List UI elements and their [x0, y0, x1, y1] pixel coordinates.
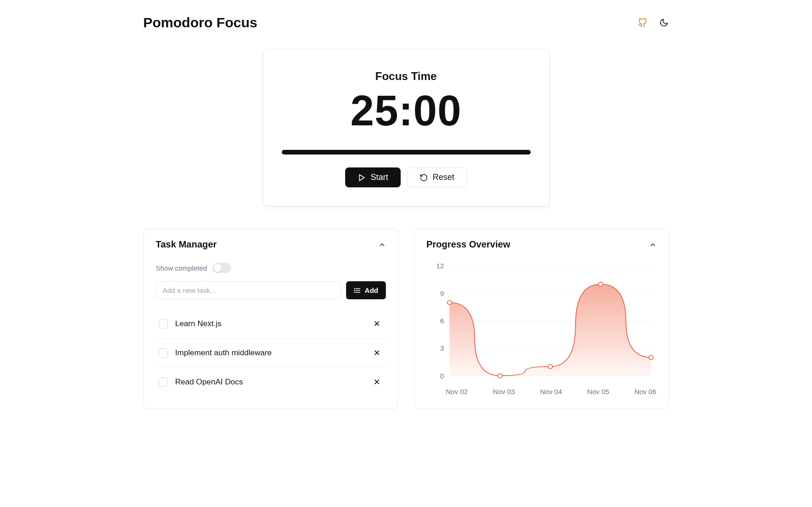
task-row: Implement auth middleware ✕ [156, 339, 386, 368]
moon-icon[interactable] [659, 18, 669, 28]
play-icon [358, 173, 366, 182]
header: Pomodoro Focus [143, 15, 669, 31]
progress-overview-panel: Progress Overview 036912 Nov 02Nov 03Nov… [414, 229, 669, 409]
svg-point-19 [548, 365, 552, 369]
timer-value: 25:00 [282, 87, 531, 135]
timer-mode-label: Focus Time [282, 70, 531, 83]
chart-x-tick: Nov 04 [540, 388, 562, 396]
svg-text:3: 3 [440, 345, 444, 352]
header-icons [638, 18, 669, 28]
task-label: Learn Next.js [175, 319, 371, 328]
task-panel-title: Task Manager [156, 239, 217, 250]
show-completed-label: Show completed [156, 264, 207, 272]
add-task-button[interactable]: Add [346, 281, 385, 299]
chart-x-labels: Nov 02Nov 03Nov 04Nov 05Nov 06 [427, 385, 657, 396]
page-title: Pomodoro Focus [143, 15, 258, 31]
svg-point-5 [354, 290, 355, 291]
svg-text:0: 0 [440, 372, 444, 380]
task-checkbox[interactable] [159, 319, 168, 328]
svg-point-20 [598, 282, 602, 286]
progress-chart: 036912 Nov 02Nov 03Nov 04Nov 05Nov 06 [427, 263, 657, 383]
delete-task-icon[interactable]: ✕ [371, 346, 383, 360]
list-icon [353, 287, 361, 294]
start-button-label: Start [371, 173, 388, 182]
timer-card: Focus Time 25:00 Start Reset [263, 49, 550, 206]
svg-text:9: 9 [440, 290, 444, 297]
chart-x-tick: Nov 05 [587, 388, 609, 396]
chart-x-tick: Nov 02 [446, 388, 468, 396]
task-manager-panel: Task Manager Show completed [143, 229, 398, 409]
progress-panel-title: Progress Overview [427, 239, 510, 250]
delete-task-icon[interactable]: ✕ [371, 317, 383, 331]
reset-icon [420, 173, 428, 182]
task-row: Read OpenAI Docs ✕ [156, 368, 386, 396]
task-checkbox[interactable] [159, 377, 168, 387]
new-task-input[interactable] [156, 281, 342, 299]
task-label: Read OpenAI Docs [175, 377, 371, 387]
chevron-up-icon[interactable] [649, 241, 657, 248]
task-checkbox[interactable] [159, 348, 168, 358]
timer-buttons: Start Reset [282, 167, 531, 187]
chart-x-tick: Nov 03 [493, 388, 515, 396]
start-button[interactable]: Start [345, 167, 401, 187]
reset-button[interactable]: Reset [407, 167, 467, 187]
svg-text:6: 6 [440, 317, 444, 325]
svg-point-6 [354, 292, 355, 292]
svg-point-21 [649, 355, 653, 359]
task-list: Learn Next.js ✕ Implement auth middlewar… [156, 309, 386, 396]
chevron-up-icon[interactable] [378, 241, 386, 248]
add-button-label: Add [365, 286, 378, 294]
timer-progress-bar [282, 150, 531, 155]
show-completed-toggle[interactable] [212, 263, 231, 273]
github-icon[interactable] [638, 18, 648, 28]
chart-x-tick: Nov 06 [634, 388, 657, 396]
task-row: Learn Next.js ✕ [156, 309, 386, 339]
task-label: Implement auth middleware [175, 348, 371, 358]
svg-point-18 [497, 374, 502, 378]
delete-task-icon[interactable]: ✕ [371, 375, 383, 389]
svg-point-17 [447, 300, 451, 304]
reset-button-label: Reset [433, 173, 454, 182]
svg-marker-0 [360, 174, 365, 181]
svg-text:12: 12 [436, 262, 444, 270]
svg-point-4 [354, 288, 355, 289]
